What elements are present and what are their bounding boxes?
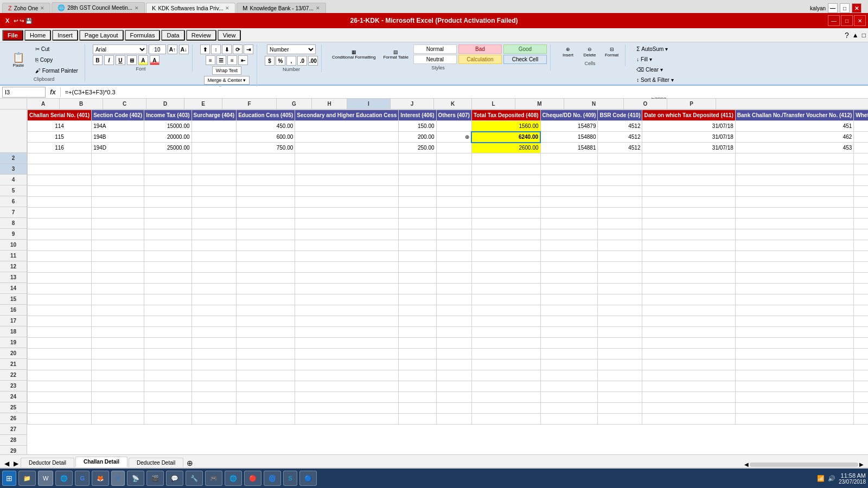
cell-L2[interactable]: 31/07/18 [642,121,735,132]
taskbar-word-btn[interactable]: W [38,471,53,486]
col-header-P[interactable]: P [667,99,716,109]
col-header-A[interactable]: A [27,99,60,109]
cell-J2[interactable]: 154879 [540,121,598,132]
align-middle-btn[interactable]: ↕ [211,44,221,54]
format-button[interactable]: ⊟ Format [602,44,622,60]
taskbar-start-btn[interactable]: ⊞ [2,471,16,486]
minimize-ribbon-btn[interactable]: ▲ [852,31,859,39]
bold-button[interactable]: B [93,55,103,65]
taskbar-ie-btn[interactable]: 🌐 [55,471,73,486]
font-size-increase-btn[interactable]: A↑ [168,44,177,54]
row-header-3[interactable]: 3 [0,164,27,175]
merge-center-button[interactable]: Merge & Center ▾ [204,76,250,85]
cell-H4[interactable] [436,143,471,153]
header-M[interactable]: Bank Challan No./Transfer Voucher No. (4… [735,110,854,121]
col-header-J[interactable]: J [391,99,434,109]
row-header-22[interactable]: 22 [0,370,27,381]
row-header-21[interactable]: 21 [0,359,27,370]
close-btn[interactable]: ✕ [852,3,861,13]
header-K[interactable]: BSR Code (410) [598,110,642,121]
header-L[interactable]: Date on which Tax Deposited (411) [642,110,735,121]
header-N[interactable]: Whether deposited by book entry?Yes/No (… [854,110,868,121]
row-header-13[interactable]: 13 [0,272,27,283]
row-header-26[interactable]: 26 [0,413,27,424]
cell-L4[interactable]: 31/07/18 [642,143,735,153]
cell-N4[interactable] [854,143,868,153]
taskbar-skype-btn[interactable]: S [283,471,297,486]
col-header-I[interactable]: I [347,99,391,109]
row-header-6[interactable]: 6 [0,196,27,207]
sheet-nav-prev[interactable]: ◀ [2,460,11,467]
font-size-decrease-btn[interactable]: A↓ [179,44,189,54]
cell-F2[interactable] [295,121,399,132]
fill-button[interactable]: ↓ Fill ▾ [633,55,655,64]
cell-J3[interactable]: 154880 [540,132,598,143]
delete-button[interactable]: ⊖ Delete [580,44,599,60]
sort-filter-button[interactable]: ↕ Sort & Filter ▾ [633,75,676,85]
cell-K4[interactable]: 4512 [598,143,642,153]
taskbar-blue-btn[interactable]: 🌀 [264,471,281,486]
format-painter-button[interactable]: 🖌 Format Painter [32,66,81,75]
row-header-10[interactable]: 10 [0,240,27,251]
help-icon[interactable]: ? [845,31,849,40]
cell-B4[interactable]: 194D [92,143,144,153]
browser-tab-zoho[interactable]: Z Zoho One ✕ [2,3,50,13]
tab-close-gst[interactable]: ✕ [135,5,139,11]
menu-view[interactable]: View [218,30,241,41]
wrap-text-button[interactable]: Wrap Text [212,66,241,75]
cell-C2[interactable]: 15000.00 [144,121,192,132]
menu-home[interactable]: Home [24,30,51,41]
sheet-tab-deductor[interactable]: Deductor Detail [21,458,74,467]
row-header-8[interactable]: 8 [0,218,27,229]
cell-D4[interactable] [192,143,237,153]
format-as-table-button[interactable]: ▤ Format Table [380,48,411,61]
col-header-L[interactable]: L [472,99,515,109]
style-good[interactable]: Good [503,44,547,54]
sheet-tab-deductee[interactable]: Deductee Detail [129,458,183,467]
cell-F3[interactable] [295,132,399,143]
row-header-14[interactable]: 14 [0,283,27,294]
sheet-tab-challan[interactable]: Challan Detail [75,457,127,467]
cell-E3[interactable]: 600.00 [237,132,295,143]
cell-A3[interactable]: 115 [28,132,92,143]
menu-file[interactable]: File [2,30,23,41]
tab-close-zoho[interactable]: ✕ [40,5,44,11]
insert-button[interactable]: ⊕ Insert [558,44,578,60]
align-bottom-btn[interactable]: ⬇ [222,44,232,54]
col-header-K[interactable]: K [434,99,472,109]
cell-I3[interactable]: 6240.00 [471,132,540,143]
row-header-25[interactable]: 25 [0,402,27,413]
style-bad[interactable]: Bad [458,44,502,54]
cell-I4[interactable]: 2600.00 [471,143,540,153]
menu-formulas[interactable]: Formulas [125,30,161,41]
cell-B2[interactable]: 194A [92,121,144,132]
fill-color-button[interactable]: A [138,55,148,65]
align-center-btn[interactable]: ☰ [216,55,226,65]
header-G[interactable]: Interest (406) [399,110,436,121]
cell-D2[interactable] [192,121,237,132]
cell-C3[interactable]: 20000.00 [144,132,192,143]
cell-J4[interactable]: 154881 [540,143,598,153]
sheet-nav-next[interactable]: ▶ [11,460,21,467]
tab-close-kdk[interactable]: ✕ [225,5,229,11]
browser-tab-kdk[interactable]: K KDK Softwares India Priv... ✕ [146,3,235,13]
add-sheet-btn[interactable]: ⊕ [187,459,193,467]
cell-L3[interactable]: 31/07/18 [642,132,735,143]
col-header-G[interactable]: G [277,99,312,109]
taskbar-red-btn[interactable]: 🔴 [244,471,261,486]
col-header-F[interactable]: F [222,99,277,109]
formula-input[interactable] [63,87,866,98]
cut-button[interactable]: ✂ Cut [32,44,81,54]
style-calculation[interactable]: Calculation [458,55,502,64]
align-left-btn[interactable]: ≡ [206,55,215,65]
cell-N2[interactable] [854,121,868,132]
header-D[interactable]: Surcharge (404) [192,110,237,121]
taskbar-chrome-btn[interactable]: G [75,471,90,486]
row-header-4[interactable]: 4 [0,175,27,185]
row-header-28[interactable]: 28 [0,435,27,446]
hscroll-right[interactable]: ▶ [859,461,864,467]
cell-K3[interactable]: 4512 [598,132,642,143]
cell-C4[interactable]: 25000.00 [144,143,192,153]
taskbar-game-btn[interactable]: 🎮 [205,471,222,486]
underline-button[interactable]: U [116,55,125,65]
